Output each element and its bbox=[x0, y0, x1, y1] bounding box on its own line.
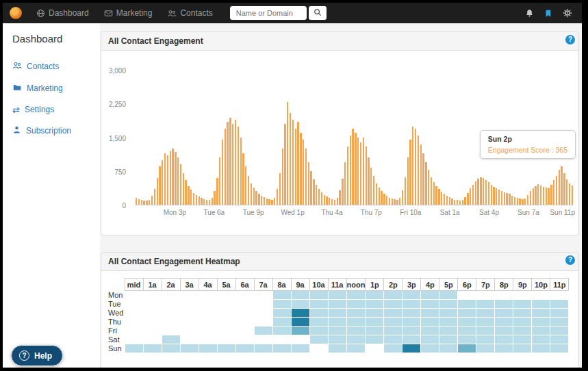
heatmap-cell[interactable] bbox=[532, 309, 550, 318]
engagement-bar[interactable] bbox=[438, 189, 439, 205]
heatmap-cell[interactable] bbox=[328, 318, 346, 327]
engagement-bar[interactable] bbox=[396, 200, 398, 205]
heatmap-cell[interactable] bbox=[272, 335, 291, 344]
engagement-bar[interactable] bbox=[402, 190, 403, 205]
heatmap-cell[interactable] bbox=[366, 318, 384, 327]
heatmap-cell[interactable] bbox=[495, 309, 513, 318]
heatmap-cell[interactable] bbox=[235, 335, 254, 344]
engagement-bar[interactable] bbox=[334, 200, 335, 205]
heatmap-cell[interactable] bbox=[143, 309, 162, 318]
heatmap-cell[interactable] bbox=[143, 344, 162, 353]
engagement-bar[interactable] bbox=[357, 138, 359, 205]
heatmap-cell[interactable] bbox=[254, 300, 272, 309]
engagement-bar[interactable] bbox=[444, 194, 445, 205]
engagement-bar[interactable] bbox=[498, 190, 500, 205]
heatmap-cell[interactable] bbox=[180, 291, 199, 300]
engagement-bar[interactable] bbox=[308, 162, 309, 205]
heatmap-cell[interactable] bbox=[513, 327, 532, 335]
heatmap-cell[interactable] bbox=[254, 327, 272, 335]
heatmap-cell[interactable] bbox=[162, 291, 180, 300]
heatmap-cell[interactable] bbox=[458, 344, 476, 353]
heatmap-cell[interactable] bbox=[384, 335, 402, 344]
engagement-bar[interactable] bbox=[214, 191, 215, 205]
engagement-bar[interactable] bbox=[261, 196, 262, 205]
engagement-bar[interactable] bbox=[305, 149, 307, 205]
heatmap-cell[interactable] bbox=[291, 344, 309, 353]
engagement-bar[interactable] bbox=[431, 177, 432, 205]
heatmap-cell[interactable] bbox=[476, 300, 495, 309]
engagement-bar[interactable] bbox=[522, 199, 523, 205]
heatmap-cell[interactable] bbox=[328, 335, 346, 344]
heatmap-cell[interactable] bbox=[402, 309, 421, 318]
heatmap-cell[interactable] bbox=[180, 318, 199, 327]
engagement-bar[interactable] bbox=[355, 133, 356, 205]
heatmap-cell[interactable] bbox=[532, 291, 550, 300]
heatmap-cell[interactable] bbox=[254, 291, 272, 300]
heatmap-cell[interactable] bbox=[384, 300, 402, 309]
heatmap-cell[interactable] bbox=[254, 335, 272, 344]
engagement-bar[interactable] bbox=[292, 120, 294, 205]
engagement-bar[interactable] bbox=[415, 129, 416, 205]
heatmap-cell[interactable] bbox=[346, 344, 366, 353]
engagement-bar[interactable] bbox=[183, 173, 184, 205]
heatmap-cell[interactable] bbox=[550, 291, 569, 300]
heatmap-cell[interactable] bbox=[291, 327, 309, 335]
heatmap-cell[interactable] bbox=[309, 300, 328, 309]
engagement-bar[interactable] bbox=[279, 173, 281, 205]
heatmap-cell[interactable] bbox=[346, 327, 366, 335]
heatmap-cell[interactable] bbox=[421, 327, 439, 335]
engagement-bar[interactable] bbox=[491, 185, 492, 205]
bell-icon[interactable] bbox=[525, 8, 534, 18]
heatmap-cell[interactable] bbox=[439, 344, 458, 353]
heatmap-cell[interactable] bbox=[125, 309, 143, 318]
engagement-bar[interactable] bbox=[514, 197, 515, 205]
heatmap-cell[interactable] bbox=[402, 291, 421, 300]
engagement-bar[interactable] bbox=[151, 196, 153, 205]
heatmap-cell[interactable] bbox=[272, 344, 291, 353]
engagement-bar[interactable] bbox=[389, 198, 390, 205]
heatmap-cell[interactable] bbox=[384, 309, 402, 318]
heatmap-cell[interactable] bbox=[235, 291, 254, 300]
heatmap-cell[interactable] bbox=[162, 344, 180, 353]
engagement-bar[interactable] bbox=[321, 192, 322, 205]
brand-logo-icon[interactable] bbox=[10, 7, 22, 19]
heatmap-cell[interactable] bbox=[439, 318, 458, 327]
heatmap-cell[interactable] bbox=[366, 309, 384, 318]
engagement-bar[interactable] bbox=[509, 194, 510, 205]
heatmap-cell[interactable] bbox=[402, 344, 421, 353]
heatmap-cell[interactable] bbox=[309, 335, 328, 344]
engagement-bar[interactable] bbox=[297, 122, 298, 205]
engagement-bar[interactable] bbox=[149, 200, 150, 205]
engagement-bar[interactable] bbox=[386, 196, 387, 205]
engagement-bar[interactable] bbox=[282, 149, 283, 205]
engagement-bar[interactable] bbox=[175, 152, 176, 205]
engagement-bar[interactable] bbox=[185, 180, 186, 205]
heatmap-cell[interactable] bbox=[272, 300, 291, 309]
sidebar-item-settings[interactable]: ⇄ Settings bbox=[12, 105, 93, 114]
heatmap-cell[interactable] bbox=[309, 344, 328, 353]
heatmap-cell[interactable] bbox=[402, 335, 421, 344]
engagement-bar[interactable] bbox=[383, 194, 385, 205]
engagement-bar[interactable] bbox=[548, 188, 549, 205]
engagement-bar[interactable] bbox=[449, 197, 450, 205]
heatmap-cell[interactable] bbox=[402, 318, 421, 327]
heatmap-cell[interactable] bbox=[125, 300, 143, 309]
heatmap-cell[interactable] bbox=[143, 291, 162, 300]
engagement-bar[interactable] bbox=[454, 200, 455, 205]
heatmap-cell[interactable] bbox=[143, 327, 162, 335]
heatmap-cell[interactable] bbox=[513, 300, 532, 309]
heatmap-cell[interactable] bbox=[421, 318, 439, 327]
engagement-bar[interactable] bbox=[566, 179, 567, 205]
heatmap-cell[interactable] bbox=[272, 291, 291, 300]
heatmap-cell[interactable] bbox=[513, 344, 532, 353]
heatmap-cell[interactable] bbox=[217, 300, 235, 309]
engagement-bar[interactable] bbox=[446, 196, 448, 205]
heatmap-cell[interactable] bbox=[458, 291, 476, 300]
heatmap-cell[interactable] bbox=[217, 335, 235, 344]
heatmap-cell[interactable] bbox=[309, 291, 328, 300]
engagement-bar[interactable] bbox=[381, 191, 382, 205]
heatmap-cell[interactable] bbox=[180, 309, 199, 318]
heatmap-cell[interactable] bbox=[143, 318, 162, 327]
engagement-bar[interactable] bbox=[405, 177, 406, 205]
engagement-bar[interactable] bbox=[493, 187, 494, 205]
